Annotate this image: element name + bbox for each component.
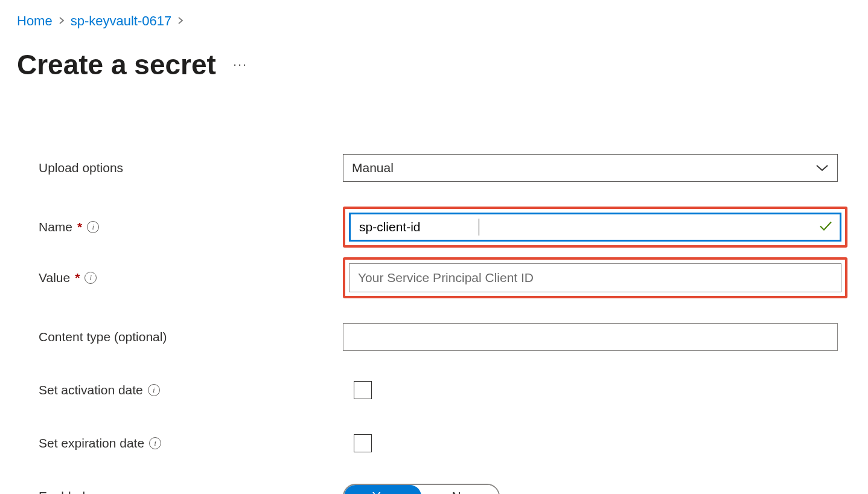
chevron-right-icon — [59, 15, 65, 28]
label-name: Name — [39, 220, 72, 234]
label-activation-date: Set activation date — [39, 383, 143, 397]
select-upload-options[interactable]: Manual — [343, 154, 838, 182]
info-icon[interactable]: i — [149, 437, 161, 449]
input-name[interactable] — [349, 213, 841, 242]
page-title-row: Create a secret ··· — [17, 48, 851, 81]
chevron-right-icon — [177, 15, 183, 28]
required-indicator: * — [77, 220, 82, 234]
input-value[interactable] — [349, 263, 841, 292]
toggle-enabled: Yes No — [343, 484, 500, 494]
label-content-type: Content type (optional) — [39, 330, 167, 344]
text-cursor — [479, 219, 479, 236]
row-upload-options: Upload options Manual — [39, 153, 851, 182]
breadcrumb-resource[interactable]: sp-keyvault-0617 — [71, 13, 172, 29]
label-upload-options: Upload options — [39, 161, 123, 175]
toggle-enabled-yes[interactable]: Yes — [344, 485, 421, 494]
input-content-type[interactable] — [343, 323, 838, 351]
label-value: Value — [39, 271, 70, 285]
breadcrumb-home[interactable]: Home — [17, 13, 53, 29]
checkbox-activation-date[interactable] — [354, 381, 372, 399]
chevron-down-icon — [815, 164, 829, 172]
breadcrumb: Home sp-keyvault-0617 — [17, 13, 851, 29]
toggle-enabled-no[interactable]: No — [421, 485, 499, 494]
row-expiration-date: Set expiration date i — [39, 429, 851, 458]
info-icon[interactable]: i — [85, 272, 97, 284]
required-indicator: * — [75, 271, 80, 285]
more-icon[interactable]: ··· — [233, 57, 247, 72]
highlight-value — [343, 257, 847, 298]
highlight-name — [343, 207, 847, 248]
info-icon[interactable]: i — [87, 221, 99, 233]
label-expiration-date: Set expiration date — [39, 436, 144, 451]
row-content-type: Content type (optional) — [39, 322, 851, 351]
row-name: Name * i — [39, 207, 851, 248]
checkbox-expiration-date[interactable] — [354, 434, 372, 452]
info-icon[interactable]: i — [148, 384, 160, 396]
select-upload-options-value: Manual — [352, 161, 394, 175]
row-value: Value * i — [39, 257, 851, 298]
row-enabled: Enabled Yes No — [39, 482, 851, 494]
row-activation-date: Set activation date i — [39, 376, 851, 405]
label-enabled: Enabled — [39, 489, 85, 494]
create-secret-form: Upload options Manual Name * i — [17, 153, 851, 494]
checkmark-icon — [819, 220, 833, 235]
page-title: Create a secret — [17, 48, 216, 81]
